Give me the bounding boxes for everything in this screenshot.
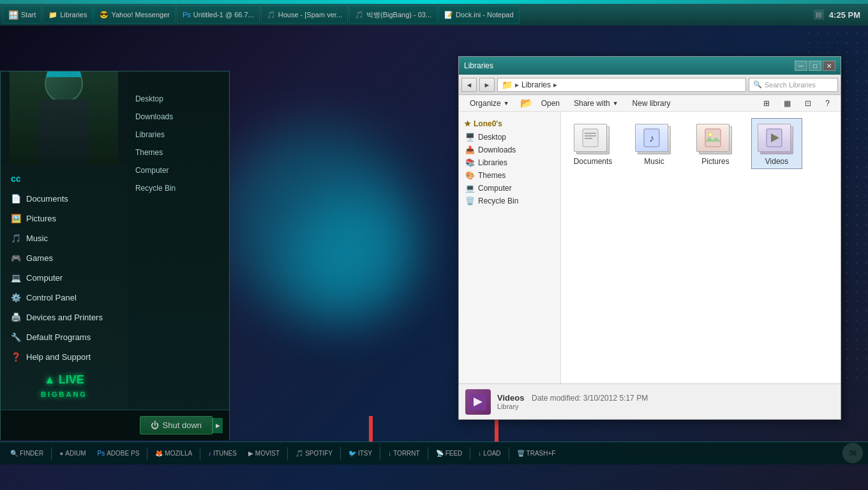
dock-mozilla[interactable]: 🦊 MOZILLA [151, 449, 196, 458]
taskbar-house[interactable]: 🎵 House - [Spam ver... [261, 6, 348, 24]
status-name-text: Videos [497, 393, 524, 403]
help-button[interactable]: ? [819, 97, 835, 110]
devices-printers-label: Devices and Printers [26, 313, 103, 322]
start-menu-documents[interactable]: 📄 Documents [1, 189, 128, 209]
view-toggle[interactable]: ▦ [778, 97, 797, 110]
taskbar-bigbang-label: 빅뱅(BigBang) - 03... [366, 10, 431, 20]
right-downloads[interactable]: Downloads [128, 108, 229, 125]
search-icon: 🔍 [753, 80, 762, 89]
lib-icon-front-pics [696, 124, 730, 152]
svg-rect-1 [585, 133, 596, 134]
shutdown-arrow[interactable]: ▶ [213, 418, 223, 433]
right-desktop-label: Desktop [135, 94, 163, 103]
music-icon-2: 🎵 [355, 11, 364, 19]
start-button[interactable]: 🪟 Start [3, 6, 41, 24]
start-menu-pictures[interactable]: 🖼️ Pictures [1, 209, 128, 228]
sidebar-computer[interactable]: 💻 Computer [459, 182, 560, 195]
dock-trash[interactable]: 🗑️ TRASH+F [513, 449, 560, 458]
dock-feed[interactable]: 📡 FEED [432, 449, 467, 458]
explorer-menubar: Organize ▼ 📂 Open Share with ▼ New libra… [459, 95, 841, 112]
start-menu-items: cc 📄 Documents 🖼️ Pictures 🎵 Music [1, 165, 128, 410]
forward-button[interactable]: ► [479, 78, 495, 92]
sidebar-desktop[interactable]: 🖥️ Desktop [459, 131, 560, 144]
start-menu-computer[interactable]: 💻 Computer [1, 268, 128, 288]
start-menu-games[interactable]: 🎮 Games [1, 248, 128, 268]
dock-itsy[interactable]: 🐦 ITSY [345, 449, 376, 458]
search-box[interactable]: 🔍 Search Libraries [749, 78, 838, 92]
itsy-label: ITSY [358, 450, 372, 457]
themes-sidebar-icon: 🎨 [465, 171, 475, 180]
feed-icon: 📡 [436, 450, 444, 457]
torrnt-icon: ↓ [388, 450, 391, 457]
mozilla-icon: 🦊 [155, 450, 163, 457]
music-label: Music [26, 234, 48, 243]
right-libraries[interactable]: Libraries [128, 126, 229, 143]
start-menu-help-support[interactable]: ❓ Help and Support [1, 347, 128, 367]
close-button[interactable]: ✕ [823, 61, 835, 71]
right-desktop[interactable]: Desktop [128, 91, 229, 107]
start-menu-default-programs[interactable]: 🔧 Default Programs [1, 327, 128, 347]
computer-sidebar-icon: 💻 [465, 184, 475, 193]
dock-itunes[interactable]: ♪ ITUNES [204, 449, 241, 458]
taskbar-libraries[interactable]: 📁 Libraries [43, 6, 93, 24]
dock-adium[interactable]: ● ADIUM [56, 449, 89, 458]
dock-load[interactable]: ↓ LOAD [474, 449, 504, 458]
organize-label: Organize [470, 99, 501, 108]
start-menu-control-panel[interactable]: ⚙️ Control Panel [1, 288, 128, 308]
maximize-button[interactable]: □ [809, 61, 821, 71]
sidebar-recycle-bin[interactable]: 🗑️ Recycle Bin [459, 195, 560, 207]
taskbar-yahoo[interactable]: 😎 Yahoo! Messenger [94, 6, 176, 24]
open-button[interactable]: Open [535, 97, 565, 110]
dock-adobeps[interactable]: Ps ADOBE PS [94, 449, 144, 458]
minimize-all-icon[interactable]: ⊟ [814, 10, 824, 20]
right-themes[interactable]: Themes [128, 144, 229, 161]
adobeps-label: ADOBE PS [107, 450, 139, 457]
library-documents[interactable]: Documents [567, 118, 618, 169]
new-library-button[interactable]: New library [627, 97, 677, 110]
right-computer[interactable]: Computer [128, 162, 229, 179]
address-bar[interactable]: 📁 ▸ Libraries ▸ [497, 78, 746, 92]
dock-movist[interactable]: ▶ MOVIST [244, 449, 283, 458]
right-downloads-label: Downloads [135, 112, 173, 121]
taskbar-house-label: House - [Spam ver... [278, 11, 342, 19]
dock-div-8 [470, 447, 470, 460]
taskbar-bigbang[interactable]: 🎵 빅뱅(BigBang) - 03... [349, 6, 437, 24]
view-icons-button[interactable]: ⊞ [758, 97, 775, 110]
library-music[interactable]: ♪ Music [629, 118, 680, 169]
user-label: cc [11, 174, 21, 184]
bg-splatter-2 [287, 191, 415, 319]
share-with-menu[interactable]: Share with ▼ [568, 97, 624, 110]
taskbar-ps-label: Untitled-1 @ 66.7... [193, 11, 254, 19]
dock-spotify[interactable]: 🎵 SPOTIFY [292, 449, 336, 458]
taskbar-photoshop[interactable]: Ps Untitled-1 @ 66.7... [177, 6, 260, 24]
right-recycle-bin[interactable]: Recycle Bin [128, 180, 229, 197]
sidebar-downloads[interactable]: 📥 Downloads [459, 144, 560, 156]
explorer-statusbar: Videos Date modified: 3/10/2012 5:17 PM … [459, 383, 841, 419]
dock-torrnt[interactable]: ↓ TORRNT [384, 449, 423, 458]
help-icon: ❓ [11, 352, 21, 362]
sidebar-libraries[interactable]: 📚 Libraries [459, 156, 560, 169]
dock-finder[interactable]: 🔍 FINDER [6, 449, 47, 458]
start-menu-left-panel: cc 📄 Documents 🖼️ Pictures 🎵 Music [1, 71, 128, 410]
favorites-label: Lone0's [474, 119, 502, 128]
dock-div-4 [287, 447, 288, 460]
start-menu-devices-printers[interactable]: 🖨️ Devices and Printers [1, 308, 128, 327]
minimize-button[interactable]: ─ [795, 61, 807, 71]
taskbar-notepad[interactable]: 📝 Dock.ini - Notepad [438, 6, 520, 24]
shutdown-icon: ⏻ [151, 420, 159, 430]
organize-menu[interactable]: Organize ▼ [464, 97, 515, 110]
search-placeholder: Search Libraries [765, 81, 816, 89]
details-pane-button[interactable]: ⊡ [799, 97, 817, 110]
dock-div-3 [200, 447, 200, 460]
back-button[interactable]: ◄ [461, 78, 477, 92]
adium-label: ADIUM [65, 450, 86, 457]
lib-icon-front-docs [574, 124, 607, 152]
start-menu-music[interactable]: 🎵 Music [1, 228, 128, 248]
sidebar-themes[interactable]: 🎨 Themes [459, 169, 560, 182]
library-videos[interactable]: Videos [751, 118, 802, 169]
control-panel-icon: ⚙️ [11, 293, 21, 302]
share-arrow: ▼ [613, 100, 618, 107]
shutdown-label: Shut down [163, 420, 202, 430]
shutdown-button[interactable]: ⏻ Shut down [140, 416, 213, 434]
library-pictures[interactable]: Pictures [690, 118, 741, 169]
